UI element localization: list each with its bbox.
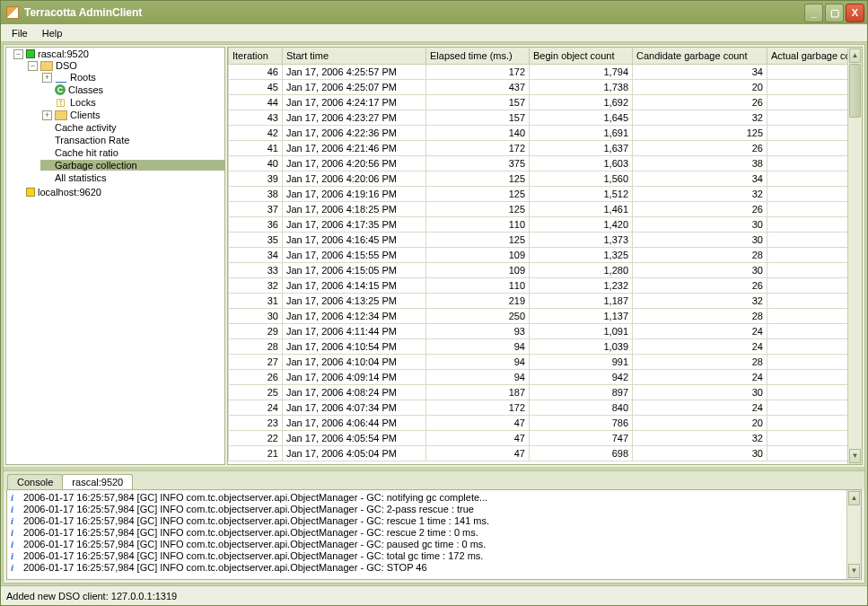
tab-console[interactable]: Console xyxy=(7,474,63,489)
scroll-down-icon[interactable]: ▼ xyxy=(849,449,861,463)
table-cell: Jan 17, 2006 4:07:34 PM xyxy=(283,400,426,415)
tree-spacer xyxy=(42,161,52,171)
table-row[interactable]: 36Jan 17, 2006 4:17:35 PM1101,4203030 xyxy=(229,216,848,232)
col-candidate-count[interactable]: Candidate garbage count xyxy=(633,48,767,64)
tree-node[interactable]: +Clients xyxy=(40,110,224,120)
table-row[interactable]: 31Jan 17, 2006 4:13:25 PM2191,1873232 xyxy=(229,293,848,308)
table-row[interactable]: 23Jan 17, 2006 4:06:44 PM477862020 xyxy=(229,415,848,430)
table-cell: 34 xyxy=(767,171,848,186)
table-cell: 30 xyxy=(767,232,848,247)
collapse-icon[interactable]: − xyxy=(28,61,38,71)
scroll-track[interactable] xyxy=(848,118,862,448)
tree-node-label: Garbage collection xyxy=(55,160,137,171)
tree-node[interactable]: −DSO xyxy=(26,60,224,71)
table-row[interactable]: 35Jan 17, 2006 4:16:45 PM1251,3733030 xyxy=(229,232,848,247)
console-lines[interactable]: i2006-01-17 16:25:57,984 [GC] INFO com.t… xyxy=(7,490,846,579)
col-actual-count[interactable]: Actual garbage count xyxy=(767,48,848,64)
table-cell: 32 xyxy=(633,293,767,308)
folder-icon xyxy=(40,60,53,71)
tree-node[interactable]: +⎯⎯Roots xyxy=(40,72,224,83)
table-row[interactable]: 44Jan 17, 2006 4:24:17 PM1571,6922626 xyxy=(229,94,848,110)
tree-node[interactable]: ⚿Locks xyxy=(40,97,224,108)
table-row[interactable]: 33Jan 17, 2006 4:15:05 PM1091,2803030 xyxy=(229,262,848,277)
table-cell: 47 xyxy=(426,415,530,430)
tree-node[interactable]: Cache hit ratio xyxy=(40,147,224,158)
tree-node[interactable]: −rascal:9520 xyxy=(12,48,224,59)
table-row[interactable]: 29Jan 17, 2006 4:11:44 PM931,0912424 xyxy=(229,323,848,338)
table-row[interactable]: 42Jan 17, 2006 4:22:36 PM1401,691125125 xyxy=(229,125,848,140)
table-cell: Jan 17, 2006 4:11:44 PM xyxy=(283,323,426,338)
table-cell: Jan 17, 2006 4:05:54 PM xyxy=(283,430,426,445)
col-begin-count[interactable]: Begin object count xyxy=(530,48,633,64)
table-row[interactable]: 43Jan 17, 2006 4:23:27 PM1571,6453232 xyxy=(229,110,848,125)
table-cell: 43 xyxy=(229,110,283,125)
info-icon: i xyxy=(11,515,20,524)
gc-table-scroll[interactable]: Iteration Start time Elapsed time (ms.) … xyxy=(228,48,847,464)
titlebar[interactable]: Terracotta AdminClient _ ▢ X xyxy=(1,1,867,24)
menu-file[interactable]: File xyxy=(4,26,35,40)
tree-node[interactable]: localhost:9620 xyxy=(12,187,224,198)
tab-server[interactable]: rascal:9520 xyxy=(62,474,133,489)
tree-node[interactable]: CClasses xyxy=(40,84,224,95)
scroll-down-icon[interactable]: ▼ xyxy=(848,564,860,578)
table-row[interactable]: 25Jan 17, 2006 4:08:24 PM1878973030 xyxy=(229,384,848,400)
table-row[interactable]: 26Jan 17, 2006 4:09:14 PM949422424 xyxy=(229,369,848,384)
tree-node[interactable]: All statistics xyxy=(40,172,224,183)
console-scrollbar[interactable]: ▲ ▼ xyxy=(846,490,861,579)
table-row[interactable]: 30Jan 17, 2006 4:12:34 PM2501,1372828 xyxy=(229,308,848,323)
expand-icon[interactable]: + xyxy=(42,73,52,83)
col-elapsed[interactable]: Elapsed time (ms.) xyxy=(426,48,530,64)
table-row[interactable]: 22Jan 17, 2006 4:05:54 PM477473232 xyxy=(229,430,848,445)
expand-icon[interactable]: + xyxy=(42,110,52,120)
col-iteration[interactable]: Iteration xyxy=(229,48,283,64)
log-line: i2006-01-17 16:25:57,984 [GC] INFO com.t… xyxy=(11,527,843,539)
table-row[interactable]: 39Jan 17, 2006 4:20:06 PM1251,5603434 xyxy=(229,171,848,186)
tree-spacer xyxy=(13,188,23,198)
table-cell: 28 xyxy=(767,354,848,369)
minimize-button[interactable]: _ xyxy=(804,4,823,22)
table-row[interactable]: 27Jan 17, 2006 4:10:04 PM949912828 xyxy=(229,354,848,369)
log-line: i2006-01-17 16:25:57,984 [GC] INFO com.t… xyxy=(11,504,843,515)
table-row[interactable]: 24Jan 17, 2006 4:07:34 PM1728402424 xyxy=(229,400,848,415)
table-cell: 30 xyxy=(767,216,848,232)
tree-node-label: Cache hit ratio xyxy=(55,147,118,158)
log-text: 2006-01-17 16:25:57,984 [GC] INFO com.tc… xyxy=(23,515,489,527)
tree-node[interactable]: Cache activity xyxy=(40,122,224,133)
menu-help[interactable]: Help xyxy=(35,26,70,40)
table-row[interactable]: 45Jan 17, 2006 4:25:07 PM4371,7382020 xyxy=(229,79,848,94)
gc-table-pane: Iteration Start time Elapsed time (ms.) … xyxy=(227,47,863,465)
scroll-up-icon[interactable]: ▲ xyxy=(849,48,861,63)
table-cell: 1,091 xyxy=(530,323,633,338)
scroll-thumb[interactable] xyxy=(849,64,861,118)
table-cell: 94 xyxy=(426,338,530,354)
col-start-time[interactable]: Start time xyxy=(283,48,426,64)
table-cell: 26 xyxy=(767,94,848,110)
table-cell: 26 xyxy=(767,201,848,216)
tree-node[interactable]: Transaction Rate xyxy=(40,135,224,145)
tree-pane[interactable]: −rascal:9520−DSO+⎯⎯RootsCClasses⚿Locks+C… xyxy=(5,47,225,465)
table-row[interactable]: 37Jan 17, 2006 4:18:25 PM1251,4612626 xyxy=(229,201,848,216)
green-sq-icon xyxy=(26,49,35,58)
tree-node[interactable]: Garbage collection xyxy=(40,160,224,171)
menubar: File Help xyxy=(1,24,867,42)
table-cell: 30 xyxy=(633,216,767,232)
close-button[interactable]: X xyxy=(846,4,864,22)
scroll-track[interactable] xyxy=(847,506,861,563)
log-text: 2006-01-17 16:25:57,984 [GC] INFO com.tc… xyxy=(23,539,486,550)
table-row[interactable]: 38Jan 17, 2006 4:19:16 PM1251,5123232 xyxy=(229,186,848,201)
table-scrollbar[interactable]: ▲ ▼ xyxy=(847,48,862,464)
table-cell: 1,420 xyxy=(530,216,633,232)
classes-icon: C xyxy=(55,84,66,95)
info-icon: i xyxy=(11,562,20,571)
table-row[interactable]: 41Jan 17, 2006 4:21:46 PM1721,6372626 xyxy=(229,140,848,155)
table-row[interactable]: 28Jan 17, 2006 4:10:54 PM941,0392424 xyxy=(229,338,848,354)
table-row[interactable]: 32Jan 17, 2006 4:14:15 PM1101,2322626 xyxy=(229,277,848,293)
table-row[interactable]: 40Jan 17, 2006 4:20:56 PM3751,6033838 xyxy=(229,155,848,171)
table-cell: 38 xyxy=(767,155,848,171)
scroll-up-icon[interactable]: ▲ xyxy=(848,491,860,505)
collapse-icon[interactable]: − xyxy=(13,49,23,59)
table-row[interactable]: 46Jan 17, 2006 4:25:57 PM1721,7943434 xyxy=(229,64,848,79)
table-row[interactable]: 34Jan 17, 2006 4:15:55 PM1091,3252828 xyxy=(229,247,848,262)
table-row[interactable]: 21Jan 17, 2006 4:05:04 PM476983030 xyxy=(229,445,848,461)
maximize-button[interactable]: ▢ xyxy=(825,4,844,22)
